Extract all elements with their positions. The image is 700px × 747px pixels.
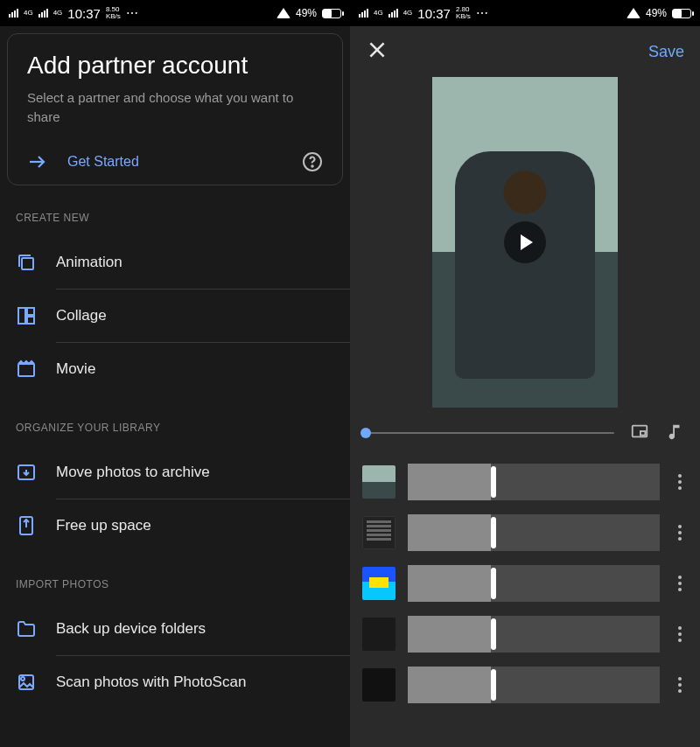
battery-text: 49% [646, 7, 667, 19]
trim-handle[interactable] [491, 618, 496, 650]
row-label: Back up device folders [56, 620, 206, 638]
clip-row [362, 565, 688, 602]
scrubber[interactable] [366, 432, 614, 434]
battery-icon [322, 9, 341, 18]
video-preview[interactable] [432, 77, 618, 408]
trim-handle[interactable] [491, 568, 496, 599]
clip-trim-bar[interactable] [408, 667, 660, 703]
battery-text: 49% [296, 7, 317, 19]
photoscan-row[interactable]: Scan photos with PhotoScan [0, 656, 350, 709]
free-space-icon [16, 515, 37, 536]
clip-row [362, 667, 688, 703]
clip-more-button[interactable] [672, 677, 688, 693]
net-gen-1: 4G [24, 10, 33, 17]
status-bar-right: 4G 4G 10:37 2.80KB/s ⋯ 49% [350, 0, 700, 26]
svg-rect-5 [27, 308, 34, 315]
row-label: Free up space [56, 517, 151, 534]
clock: 10:37 [417, 6, 451, 21]
clip-thumbnail[interactable] [362, 516, 396, 549]
clip-trim-bar[interactable] [408, 514, 660, 551]
net-rate-1: 8.50KB/s [106, 6, 121, 20]
archive-row[interactable]: Move photos to archive [0, 446, 350, 499]
clock: 10:37 [67, 6, 101, 21]
movie-editor-pane: 4G 4G 10:37 2.80KB/s ⋯ 49% Save [350, 0, 700, 747]
photoscan-icon [16, 672, 37, 693]
movie-row[interactable]: Movie [0, 343, 350, 395]
battery-icon [672, 9, 691, 18]
clip-trim-bar[interactable] [408, 565, 660, 602]
svg-rect-15 [640, 431, 646, 436]
svg-rect-3 [22, 258, 33, 269]
section-import: IMPORT PHOTOS [0, 552, 350, 603]
clip-thumbnail[interactable] [362, 465, 396, 499]
row-label: Scan photos with PhotoScan [56, 674, 246, 691]
clip-more-button[interactable] [672, 474, 688, 490]
partner-account-card: Add partner account Select a partner and… [7, 33, 343, 185]
folder-icon [16, 618, 37, 639]
clip-row [362, 514, 688, 551]
svg-rect-6 [27, 317, 34, 324]
net-gen-1: 4G [374, 10, 383, 17]
cta-label: Get Started [67, 154, 139, 170]
signal-icon-2 [388, 9, 398, 17]
settings-pane: 4G 4G 10:37 8.50KB/s ⋯ 49% Add partner a… [0, 0, 350, 747]
close-button[interactable] [366, 38, 388, 65]
clip-thumbnail[interactable] [362, 618, 396, 651]
clip-more-button[interactable] [672, 626, 688, 642]
clip-list [350, 453, 700, 703]
clip-trim-bar[interactable] [408, 616, 660, 653]
arrow-right-icon [27, 151, 48, 172]
scrubber-thumb[interactable] [360, 428, 371, 438]
svg-rect-7 [18, 364, 34, 376]
clip-thumbnail[interactable] [362, 567, 396, 600]
row-label: Move photos to archive [56, 464, 210, 481]
help-icon[interactable] [302, 151, 323, 172]
trim-handle[interactable] [491, 466, 496, 498]
animation-icon [16, 252, 37, 273]
net-gen-2: 4G [53, 10, 63, 17]
row-label: Animation [56, 254, 122, 271]
get-started-button[interactable]: Get Started [27, 151, 139, 172]
clip-row [362, 464, 688, 500]
trim-handle[interactable] [491, 517, 496, 548]
card-title: Add partner account [27, 52, 323, 80]
collage-row[interactable]: Collage [0, 290, 350, 342]
music-button[interactable] [665, 422, 684, 444]
wifi-icon [626, 8, 640, 18]
row-label: Movie [56, 360, 95, 378]
signal-icon-2 [38, 9, 48, 17]
svg-rect-4 [18, 308, 25, 324]
more-status-icon: ⋯ [476, 6, 488, 20]
net-gen-2: 4G [403, 10, 413, 17]
play-icon[interactable] [504, 221, 546, 263]
free-space-row[interactable]: Free up space [0, 499, 350, 552]
clip-row [362, 616, 688, 653]
archive-icon [16, 462, 37, 483]
movie-icon [16, 359, 37, 380]
collage-icon [16, 305, 37, 326]
section-organize: ORGANIZE YOUR LIBRARY [0, 395, 350, 446]
clip-trim-bar[interactable] [408, 464, 660, 500]
clip-more-button[interactable] [672, 576, 688, 591]
trim-handle[interactable] [491, 669, 496, 701]
wifi-icon [276, 8, 290, 18]
clip-thumbnail[interactable] [362, 668, 396, 702]
status-bar-left: 4G 4G 10:37 8.50KB/s ⋯ 49% [0, 0, 350, 26]
row-label: Collage [56, 307, 107, 325]
svg-point-2 [312, 165, 313, 167]
save-button[interactable]: Save [648, 43, 684, 61]
preview-content [455, 151, 595, 379]
section-create-new: CREATE NEW [0, 185, 350, 236]
aspect-ratio-button[interactable] [630, 422, 649, 444]
more-status-icon: ⋯ [126, 6, 138, 20]
svg-point-11 [21, 677, 24, 681]
animation-row[interactable]: Animation [0, 236, 350, 289]
net-rate-2: 2.80KB/s [456, 6, 471, 20]
signal-icon [359, 9, 368, 17]
clip-more-button[interactable] [672, 525, 688, 541]
signal-icon [9, 9, 18, 17]
card-subtitle: Select a partner and choose what you wan… [27, 88, 323, 127]
backup-row[interactable]: Back up device folders [0, 603, 350, 655]
